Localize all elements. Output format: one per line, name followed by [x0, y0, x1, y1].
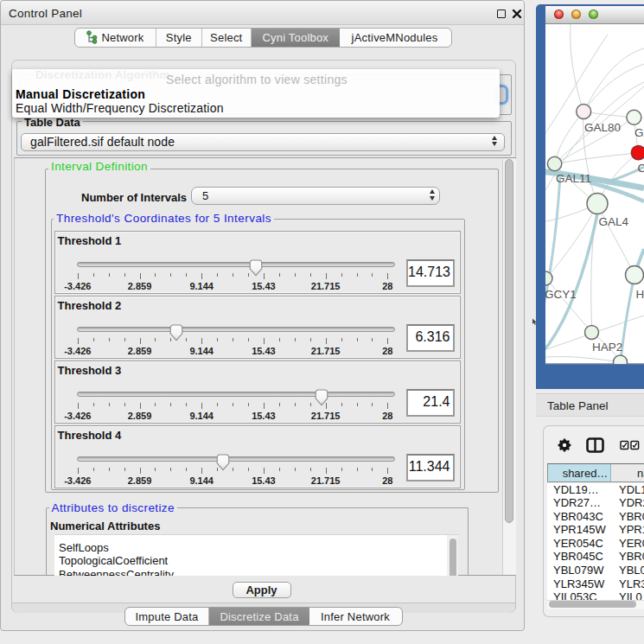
svg-text:C: C — [638, 162, 644, 175]
svg-text:GAL4: GAL4 — [599, 215, 629, 228]
svg-text:GAL80: GAL80 — [584, 121, 621, 134]
svg-text:H: H — [636, 288, 644, 301]
svg-text:GCY1: GCY1 — [545, 288, 577, 301]
svg-text:GAL: GAL — [634, 126, 644, 139]
svg-text:HAP2: HAP2 — [592, 341, 622, 354]
svg-text:GAL11: GAL11 — [556, 172, 591, 185]
